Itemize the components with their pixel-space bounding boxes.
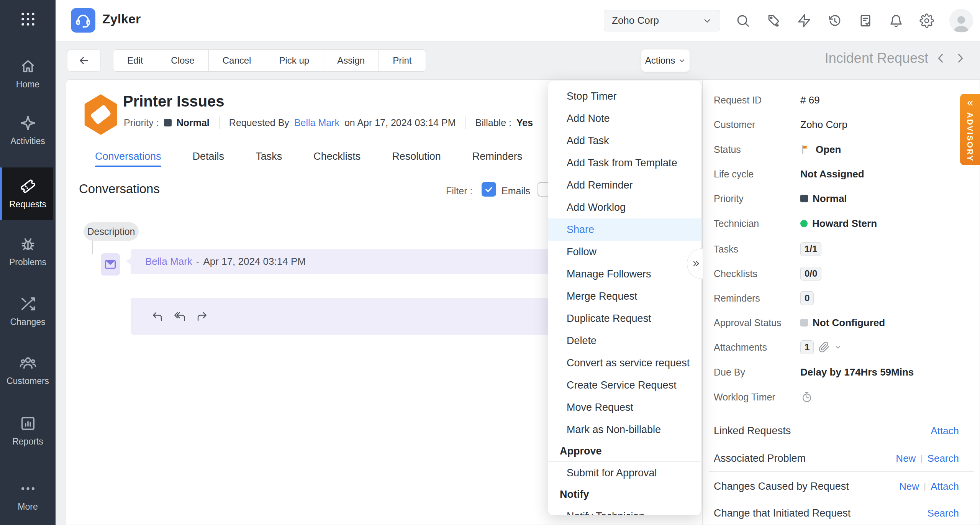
org-selector[interactable]: Zoho Corp xyxy=(604,10,720,31)
edit-button[interactable]: Edit xyxy=(113,49,157,72)
forward-icon xyxy=(196,310,208,323)
menu-item-manage-followers[interactable]: Manage Followers xyxy=(548,263,701,285)
new-link[interactable]: New xyxy=(896,453,916,464)
back-button[interactable] xyxy=(67,49,101,72)
detail-label: Status xyxy=(714,144,800,155)
new-link[interactable]: New xyxy=(899,481,919,492)
lightning-button[interactable] xyxy=(797,13,811,28)
brand-logo-headset-icon[interactable] xyxy=(71,8,95,33)
menu-item-move-request[interactable]: Move Request xyxy=(548,396,701,418)
related-row-change-that-initiated-request: Change that Initiated RequestSearch xyxy=(714,506,974,520)
email-type-tile xyxy=(101,253,120,276)
menu-item-share[interactable]: Share xyxy=(548,218,701,241)
topbar-actions: Zoho Corp xyxy=(604,0,973,41)
count-badge[interactable]: 0/0 xyxy=(800,267,821,281)
related-row-changes-caused-by-request: Changes Caused by RequestNew|Attach xyxy=(714,479,974,493)
detail-text: Not Assigned xyxy=(800,168,864,180)
reply-icon[interactable] xyxy=(151,310,164,323)
forward-icon[interactable] xyxy=(196,310,208,323)
menu-section-approve: Approve xyxy=(548,441,701,461)
count-badge[interactable]: 1 xyxy=(800,340,814,354)
history-button[interactable] xyxy=(828,13,842,28)
check-icon xyxy=(484,184,494,194)
paperclip-icon[interactable] xyxy=(818,341,830,353)
menu-item-clipped[interactable]: Notify Technician xyxy=(548,505,701,515)
menu-item-follow[interactable]: Follow xyxy=(548,241,701,263)
feedback-button[interactable] xyxy=(858,13,873,28)
menu-item-add-worklog[interactable]: Add Worklog xyxy=(548,196,701,218)
menu-item-merge-request[interactable]: Merge Request xyxy=(548,285,701,307)
detail-text: # 69 xyxy=(800,94,820,106)
search-link[interactable]: Search xyxy=(928,453,959,464)
pick-up-button[interactable]: Pick up xyxy=(265,49,323,72)
request-tabs: ConversationsDetailsTasksChecklistsResol… xyxy=(95,146,522,167)
tab-details[interactable]: Details xyxy=(193,146,225,167)
chev-down-icon[interactable] xyxy=(834,344,841,351)
menu-item-add-task-from-template[interactable]: Add Task from Template xyxy=(548,152,701,174)
detail-row-life-cycle: Life cycleNot Assigned xyxy=(714,167,864,180)
detail-text: Howard Stern xyxy=(812,218,877,230)
assign-button[interactable]: Assign xyxy=(323,49,379,72)
sidebar-item-label: Activities xyxy=(0,136,56,146)
person-icon xyxy=(951,12,972,33)
dots-icon xyxy=(19,480,37,497)
detail-value: Not Configured xyxy=(800,317,885,329)
tab-checklists[interactable]: Checklists xyxy=(313,146,361,167)
tab-reminders[interactable]: Reminders xyxy=(472,146,523,167)
ticket-add-button[interactable] xyxy=(766,13,781,28)
related-row-label: Associated Problem xyxy=(714,453,806,464)
menu-item-add-note[interactable]: Add Note xyxy=(548,107,701,130)
sidebar-item-more[interactable]: More xyxy=(0,480,56,512)
billable-label: Billable : xyxy=(475,117,511,128)
emails-filter-checkbox[interactable] xyxy=(482,182,496,197)
sidebar-item-home[interactable]: Home xyxy=(0,57,56,90)
related-row-linked-requests: Linked RequestsAttach xyxy=(714,424,974,438)
request-detail-surface: Printer Issues Priority : Normal Request… xyxy=(66,79,980,525)
menu-item-add-task[interactable]: Add Task xyxy=(548,130,701,152)
detail-value: # 69 xyxy=(800,94,820,106)
cancel-button[interactable]: Cancel xyxy=(209,49,265,72)
bell-button[interactable] xyxy=(889,13,903,28)
menu-item-duplicate-request[interactable]: Duplicate Request xyxy=(548,307,701,330)
menu-item-create-service-request[interactable]: Create Service Request xyxy=(548,374,701,396)
menu-item-convert-as-service-request[interactable]: Convert as service request xyxy=(548,352,701,374)
user-avatar[interactable] xyxy=(949,9,973,33)
sidebar-item-reports[interactable]: Reports xyxy=(0,415,56,447)
app-launcher-grid-icon[interactable] xyxy=(0,7,56,31)
advisory-tab[interactable]: ADVISORY xyxy=(960,94,980,165)
star-icon xyxy=(19,114,37,132)
chevron-down-icon xyxy=(678,57,686,64)
sidebar-item-requests[interactable]: Requests xyxy=(0,167,53,220)
count-badge[interactable]: 1/1 xyxy=(800,242,821,256)
detail-label: Priority xyxy=(714,193,800,204)
sidebar-item-customers[interactable]: Customers xyxy=(0,354,56,386)
previous-request-button[interactable] xyxy=(934,52,947,65)
count-badge[interactable]: 0 xyxy=(800,291,814,305)
print-button[interactable]: Print xyxy=(379,49,426,72)
menu-item-add-reminder[interactable]: Add Reminder xyxy=(548,174,701,196)
tab-resolution[interactable]: Resolution xyxy=(392,146,441,167)
attach-link[interactable]: Attach xyxy=(931,481,959,492)
connector-line xyxy=(92,241,93,254)
sidebar-item-changes[interactable]: Changes xyxy=(0,295,56,327)
sidebar-item-problems[interactable]: Problems xyxy=(0,235,56,267)
menu-item-submit-for-approval[interactable]: Submit for Approval xyxy=(548,462,701,484)
sidebar-item-activities[interactable]: Activities xyxy=(0,114,56,146)
reply-all-icon[interactable] xyxy=(174,310,186,323)
menu-item-delete[interactable]: Delete xyxy=(548,330,701,352)
search-link[interactable]: Search xyxy=(928,507,959,519)
menu-item-mark-as-non-billable[interactable]: Mark as Non-billable xyxy=(548,418,701,441)
gear-button[interactable] xyxy=(919,13,934,28)
next-request-button[interactable] xyxy=(954,52,967,65)
tab-conversations[interactable]: Conversations xyxy=(95,146,161,167)
attach-link[interactable]: Attach xyxy=(931,425,959,437)
menu-item-stop-timer[interactable]: Stop Timer xyxy=(548,85,701,107)
email-sender-link[interactable]: Bella Mark xyxy=(145,256,192,267)
close-button[interactable]: Close xyxy=(157,49,208,72)
description-chip[interactable]: Description xyxy=(84,222,139,241)
tab-tasks[interactable]: Tasks xyxy=(256,146,282,167)
requester-link[interactable]: Bella Mark xyxy=(294,117,339,128)
actions-dropdown-button[interactable]: Actions xyxy=(641,49,690,72)
advisory-label: ADVISORY xyxy=(965,112,975,162)
search-button[interactable] xyxy=(736,13,750,28)
